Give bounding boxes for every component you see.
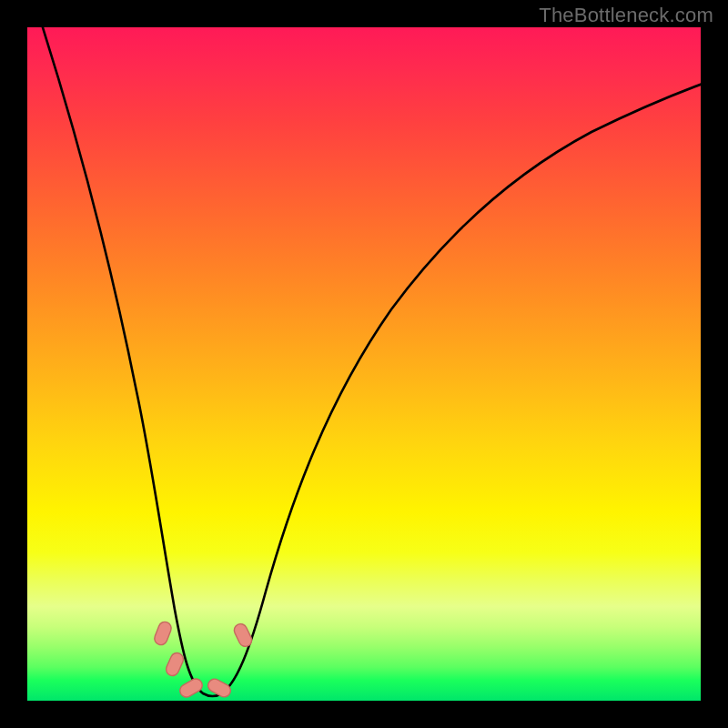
marker-left-shoulder-upper [153, 620, 173, 646]
marker-valley-left [177, 676, 205, 699]
marker-right-shoulder [232, 622, 254, 649]
bottleneck-curve [41, 27, 701, 696]
marker-left-shoulder-lower [164, 651, 185, 677]
marker-group [153, 620, 254, 699]
curve-layer [27, 27, 701, 701]
watermark-text: TheBottleneck.com [539, 4, 713, 27]
plot-area [27, 27, 701, 701]
chart-frame: TheBottleneck.com [0, 0, 728, 728]
